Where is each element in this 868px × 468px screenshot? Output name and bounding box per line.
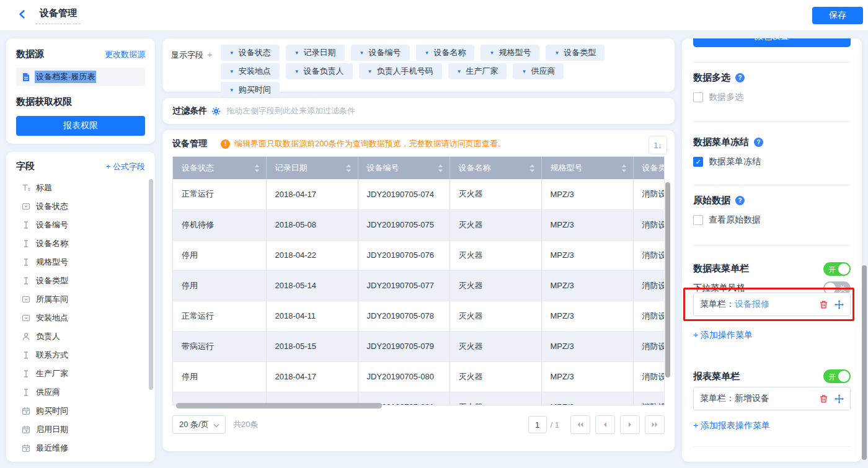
delete-icon[interactable]	[819, 394, 828, 404]
table-cell: JDY20190705-075	[358, 210, 450, 240]
field-list-item[interactable]: 最近维修	[16, 439, 145, 457]
column-header[interactable]: 规格型号	[541, 157, 633, 179]
table-row[interactable]: 停用2018-04-22JDY20190705-076灭火器MPZ/3消防设备	[173, 240, 665, 270]
display-field-chip[interactable]: ▼供应商	[513, 63, 564, 79]
table-cell: 2018-04-17	[266, 179, 358, 210]
field-list-item[interactable]: 设备状态	[16, 197, 145, 216]
display-field-chip[interactable]: ▼设备编号	[351, 45, 410, 61]
field-list-item[interactable]: 设备类型	[16, 272, 145, 290]
change-datasource-link[interactable]: 更改数据源	[105, 49, 145, 60]
field-list-item[interactable]: 购买时间	[16, 402, 145, 420]
display-field-chip[interactable]: ▼购买时间	[221, 82, 280, 98]
panel-scrollbar[interactable]	[862, 265, 867, 460]
checkbox-unchecked-icon[interactable]	[693, 92, 703, 102]
sort-updown-icon[interactable]	[346, 164, 352, 174]
display-field-chip[interactable]: ▼设备状态	[221, 45, 280, 61]
table-row[interactable]: 带病运行2018-05-15JDY20190705-079灭火器MPZ/3消防设…	[173, 331, 665, 361]
chip-label: 记录日期	[304, 47, 336, 58]
display-field-chip[interactable]: ▼设备类型	[546, 45, 604, 61]
page-size-select[interactable]: 20 条/页	[172, 415, 226, 434]
column-header[interactable]: 设备状态	[173, 157, 266, 179]
sort-order-button[interactable]: 1↓	[649, 136, 667, 154]
field-list-item[interactable]: 启用日期	[16, 420, 145, 439]
table-cell: 消防设备	[633, 270, 665, 301]
field-list-item[interactable]: 生产厂家	[16, 364, 145, 383]
field-list-item[interactable]: 标题	[16, 179, 145, 197]
delete-icon[interactable]	[819, 300, 828, 309]
report-menu-item[interactable]: 菜单栏： 新增设备	[693, 387, 851, 410]
field-list-item[interactable]: 规格型号	[16, 253, 145, 272]
table-row[interactable]: 停用2018-05-14JDY20190705-077灭火器MPZ/3消防设备	[173, 270, 665, 301]
column-header[interactable]: 记录日期	[266, 157, 358, 179]
back-button[interactable]	[17, 9, 27, 21]
menu-freeze-checkbox-row[interactable]: ✓ 数据菜单冻结	[693, 156, 761, 167]
table-vertical-scrollbar[interactable]	[665, 182, 670, 377]
move-icon[interactable]	[835, 394, 844, 404]
datasource-item[interactable]: 设备档案-履历表	[16, 68, 145, 86]
field-label: 最近维修	[36, 443, 68, 454]
table-cell: 2018-05-08	[266, 210, 358, 240]
display-field-chip[interactable]: ▼安装地点	[221, 63, 280, 79]
triangle-down-icon: ▼	[294, 50, 299, 56]
field-list-item[interactable]: 联系方式	[16, 346, 145, 364]
add-formula-field-link[interactable]: + 公式字段	[106, 161, 145, 172]
table-cell: 2018-04-11	[266, 301, 358, 331]
checkbox-unchecked-icon[interactable]	[693, 215, 703, 225]
table-cell: JDY20190705-074	[358, 179, 450, 210]
raw-data-checkbox-row[interactable]: 查看原始数据	[693, 214, 761, 226]
multi-select-checkbox-row[interactable]: 数据多选	[693, 92, 743, 103]
previous-page-button[interactable]	[595, 415, 615, 434]
field-list-item[interactable]: 所属车间	[16, 290, 145, 309]
display-field-chip[interactable]: ▼负责人手机号码	[359, 63, 442, 79]
checkbox-checked-icon[interactable]: ✓	[693, 157, 703, 167]
sort-updown-icon[interactable]	[529, 164, 535, 174]
display-field-chip[interactable]: ▼规格型号	[480, 45, 539, 61]
display-field-chip[interactable]: ▼生产厂家	[448, 63, 507, 79]
sort-updown-icon[interactable]	[621, 164, 627, 174]
add-report-action-menu-link[interactable]: + 添加报表操作菜单	[693, 420, 770, 431]
report-permission-button[interactable]: 报表权限	[16, 116, 145, 136]
add-display-field-button[interactable]: +	[207, 49, 213, 60]
table-menu-item[interactable]: 菜单栏： 设备报修	[693, 293, 851, 316]
table-row[interactable]: 停机待修2018-05-08JDY20190705-075灭火器MPZ/3消防设…	[173, 210, 665, 240]
display-field-chip[interactable]: ▼记录日期	[286, 45, 345, 61]
column-header[interactable]: 设备名称	[450, 157, 541, 179]
help-icon[interactable]: ?	[735, 73, 745, 82]
move-icon[interactable]	[835, 300, 844, 309]
table-row[interactable]: 正常运行2018-04-11JDY20190705-078灭火器MPZ/3消防设…	[173, 301, 665, 331]
table-menu-toggle[interactable]: 开	[823, 262, 851, 276]
report-menu-toggle[interactable]: 开	[823, 369, 851, 383]
help-icon[interactable]: ?	[754, 138, 763, 147]
display-field-chip[interactable]: ▼设备名称	[416, 45, 475, 61]
table-cell: MPZ/3	[541, 210, 633, 240]
gear-icon[interactable]	[211, 107, 221, 116]
field-list-item[interactable]: 设备编号	[16, 216, 145, 234]
field-list-item[interactable]: 负责人	[16, 327, 145, 346]
sort-updown-icon[interactable]	[438, 164, 443, 174]
column-header[interactable]: 设备类型	[633, 157, 665, 179]
permission-title: 数据获取权限	[16, 96, 145, 108]
table-row[interactable]: 停用2018-04-17JDY20190705-080灭火器MPZ/3消防设备	[173, 361, 665, 392]
last-page-button[interactable]	[645, 415, 665, 434]
display-field-chip[interactable]: ▼设备负责人	[286, 63, 353, 79]
help-icon[interactable]: ?	[735, 196, 745, 205]
save-button[interactable]: 保存	[812, 7, 863, 24]
divider	[693, 245, 851, 245]
add-action-menu-link[interactable]: + 添加操作菜单	[693, 330, 753, 341]
table-cell: 2018-04-17	[266, 361, 358, 392]
field-label: 安装地点	[36, 312, 68, 324]
sort-updown-icon[interactable]	[254, 164, 260, 174]
field-list-item[interactable]: 供应商	[16, 383, 145, 402]
field-list-item[interactable]: 安装地点	[16, 309, 145, 327]
page-number-input[interactable]	[528, 416, 547, 433]
total-records-text: 共20条	[233, 419, 258, 430]
table-row[interactable]: 正常运行2018-04-17JDY20190705-074灭火器MPZ/3消防设…	[173, 179, 665, 210]
column-header[interactable]: 设备编号	[358, 157, 450, 179]
first-page-button[interactable]	[570, 415, 590, 434]
color-settings-button[interactable]: 颜色设置	[693, 38, 851, 47]
table-horizontal-scrollbar[interactable]	[176, 403, 382, 408]
field-list-item[interactable]: 设备名称	[16, 234, 145, 253]
fields-scrollbar[interactable]	[149, 179, 153, 390]
fields-title: 字段	[16, 161, 35, 172]
next-page-button[interactable]	[620, 415, 640, 434]
